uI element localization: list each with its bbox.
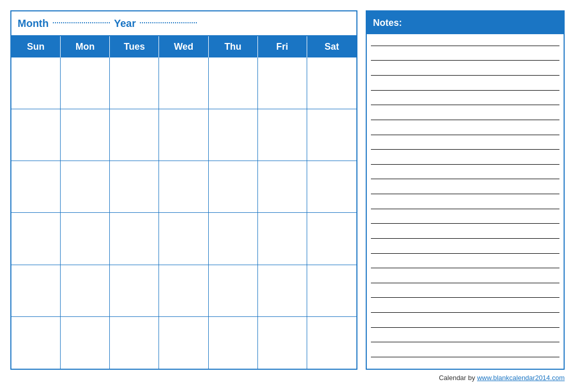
calendar-cell	[209, 57, 258, 109]
note-line	[371, 342, 559, 342]
calendar-cell	[11, 317, 61, 369]
calendar-cell	[110, 265, 159, 317]
calendar-cell	[159, 317, 208, 369]
calendar-cell	[61, 317, 110, 369]
note-line	[371, 75, 559, 76]
day-sat: Sat	[307, 36, 356, 57]
year-label: Year	[114, 18, 136, 30]
note-line	[371, 283, 559, 283]
note-line	[371, 268, 559, 268]
calendar-cell	[307, 317, 356, 369]
day-sun: Sun	[11, 36, 61, 57]
calendar-cell	[110, 317, 159, 369]
calendar-cell	[307, 161, 356, 213]
note-line	[371, 238, 559, 239]
day-tues: Tues	[110, 36, 159, 57]
note-line	[371, 223, 559, 224]
calendar-cell	[209, 213, 258, 265]
notes-section: Notes:	[366, 10, 565, 370]
footer-text: Calendar by	[439, 374, 477, 382]
footer: Calendar by www.blankcalendar2014.com	[10, 370, 565, 382]
calendar-cell	[258, 265, 307, 317]
note-line	[371, 90, 559, 91]
calendar-cell	[159, 213, 208, 265]
calendar-cell	[159, 109, 208, 161]
calendar-grid	[11, 57, 356, 369]
calendar-cell	[61, 161, 110, 213]
note-line	[371, 297, 559, 298]
calendar-cell	[61, 265, 110, 317]
calendar-cell	[209, 317, 258, 369]
days-header: Sun Mon Tues Wed Thu Fri Sat	[11, 36, 356, 57]
year-dots	[140, 22, 197, 23]
day-wed: Wed	[159, 36, 208, 57]
note-line	[371, 164, 559, 165]
note-line	[371, 312, 559, 313]
calendar-cell	[11, 265, 61, 317]
calendar-cell	[307, 109, 356, 161]
calendar-cell	[258, 317, 307, 369]
calendar-cell	[209, 109, 258, 161]
calendar-cell	[209, 161, 258, 213]
notes-header: Notes:	[367, 11, 564, 34]
calendar-header: Month Year	[11, 11, 356, 36]
calendar-cell	[307, 213, 356, 265]
calendar-section: Month Year Sun Mon Tues Wed Thu Fri Sat	[10, 10, 357, 370]
calendar-cell	[110, 57, 159, 109]
calendar-cell	[258, 109, 307, 161]
calendar-cell	[258, 161, 307, 213]
calendar-cell	[110, 213, 159, 265]
calendar-cell	[258, 213, 307, 265]
calendar-cell	[61, 109, 110, 161]
note-line	[371, 105, 559, 105]
month-dots	[53, 22, 110, 23]
calendar-cell	[11, 213, 61, 265]
note-line	[371, 194, 559, 194]
calendar-cell	[159, 57, 208, 109]
calendar-cell	[258, 57, 307, 109]
day-mon: Mon	[61, 36, 110, 57]
note-line	[371, 327, 559, 328]
main-container: Month Year Sun Mon Tues Wed Thu Fri Sat …	[10, 10, 565, 370]
calendar-cell	[110, 109, 159, 161]
note-line	[371, 357, 559, 357]
calendar-cell	[11, 161, 61, 213]
note-line	[371, 209, 559, 209]
note-line	[371, 149, 559, 150]
note-line	[371, 135, 559, 135]
footer-link[interactable]: www.blankcalendar2014.com	[477, 374, 565, 382]
calendar-cell	[307, 57, 356, 109]
note-line	[371, 179, 559, 179]
day-thu: Thu	[209, 36, 258, 57]
notes-lines	[367, 34, 564, 369]
month-label: Month	[18, 18, 49, 30]
note-line	[371, 120, 559, 120]
note-line	[371, 253, 559, 254]
calendar-cell	[61, 213, 110, 265]
calendar-cell	[159, 265, 208, 317]
calendar-cell	[209, 265, 258, 317]
calendar-cell	[110, 161, 159, 213]
calendar-cell	[61, 57, 110, 109]
calendar-cell	[159, 161, 208, 213]
calendar-cell	[307, 265, 356, 317]
note-line	[371, 46, 559, 46]
calendar-cell	[11, 109, 61, 161]
calendar-cell	[11, 57, 61, 109]
day-fri: Fri	[258, 36, 307, 57]
note-line	[371, 60, 559, 61]
